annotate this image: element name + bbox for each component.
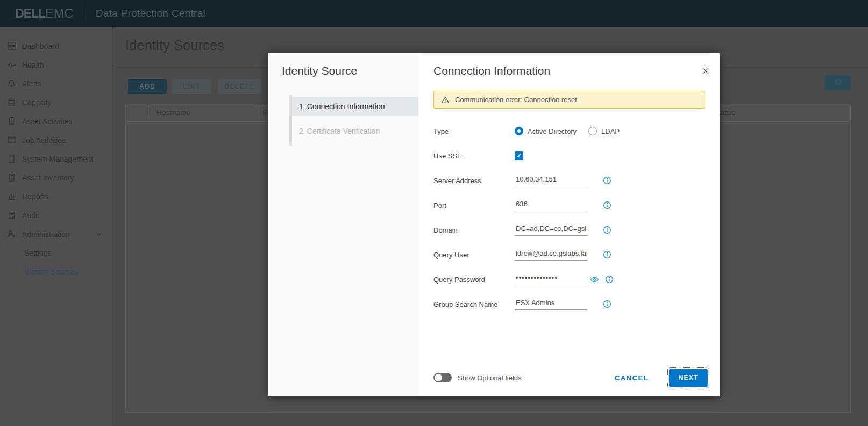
server-address-input[interactable]: 10.60.34.151 bbox=[515, 175, 587, 186]
info-icon[interactable] bbox=[605, 275, 614, 284]
type-label: Type bbox=[433, 127, 515, 135]
sidebar-label: Audit bbox=[22, 211, 39, 220]
query-password-label: Query Password bbox=[433, 276, 515, 284]
topbar-divider bbox=[86, 6, 86, 20]
audit-icon bbox=[7, 211, 16, 220]
sidebar-label: Dashboard bbox=[22, 42, 59, 50]
sidebar-label: Alerts bbox=[22, 80, 41, 88]
sidebar: Dashboard Health Alerts Capacity Asset A… bbox=[0, 27, 113, 426]
step-connection-information[interactable]: 1 Connection Information bbox=[292, 97, 418, 116]
query-user-row: Query User ldrew@ad.ce.gslabs.lab.e bbox=[433, 242, 705, 267]
close-icon[interactable] bbox=[701, 67, 710, 75]
add-button[interactable]: ADD bbox=[128, 79, 167, 94]
info-icon[interactable] bbox=[603, 201, 611, 210]
sidebar-label: System Management bbox=[22, 155, 93, 163]
administration-icon bbox=[7, 229, 16, 239]
group-search-name-input[interactable]: ESX Admins bbox=[515, 299, 587, 310]
brand-emc: EMC bbox=[45, 6, 74, 21]
identity-source-modal: Identity Source 1 Connection Information… bbox=[268, 53, 720, 396]
sidebar-label: Asset Inventory bbox=[22, 174, 74, 182]
use-ssl-row: Use SSL ✓ bbox=[433, 143, 705, 168]
sidebar-item-alerts[interactable]: Alerts bbox=[0, 74, 112, 93]
domain-row: Domain DC=ad,DC=ce,DC=gslab bbox=[433, 218, 705, 242]
sidebar-item-health[interactable]: Health bbox=[0, 55, 112, 74]
app-title: Data Protection Central bbox=[96, 8, 205, 19]
warning-banner: Communication error: Connection reset bbox=[433, 91, 705, 109]
sidebar-item-audit[interactable]: Audit bbox=[0, 206, 112, 225]
use-ssl-label: Use SSL bbox=[433, 152, 515, 160]
show-password-eye-icon[interactable] bbox=[590, 275, 599, 284]
sidebar-label: Identity Sources bbox=[24, 268, 78, 276]
sidebar-item-administration[interactable]: Administration bbox=[0, 225, 112, 243]
connection-form: Type Active Directory LDAP Use SSL ✓ Ser… bbox=[433, 119, 705, 316]
dashboard-icon bbox=[7, 41, 16, 50]
info-icon[interactable] bbox=[603, 300, 611, 308]
bell-icon bbox=[7, 79, 16, 88]
dellemc-logo: DELL EMC bbox=[15, 6, 74, 21]
radio-label: LDAP bbox=[601, 127, 620, 135]
wizard-step-panel: Identity Source 1 Connection Information… bbox=[268, 53, 418, 396]
sidebar-item-capacity[interactable]: Capacity bbox=[0, 93, 112, 112]
port-label: Port bbox=[433, 201, 515, 210]
sidebar-item-system-management[interactable]: System Management bbox=[0, 149, 112, 168]
sidebar-item-job-activities[interactable]: Job Activities bbox=[0, 131, 112, 149]
modal-footer: Show Optional fields CANCEL NEXT bbox=[433, 369, 708, 387]
group-search-name-label: Group Search Name bbox=[433, 300, 515, 308]
radio-selected-icon[interactable] bbox=[515, 127, 523, 135]
sidebar-item-asset-inventory[interactable]: Asset Inventory bbox=[0, 168, 112, 187]
radio-label: Active Directory bbox=[528, 127, 577, 135]
reports-icon bbox=[7, 192, 16, 201]
query-password-row: Query Password •••••••••••••• bbox=[433, 267, 705, 292]
column-divider bbox=[259, 107, 259, 119]
query-password-input[interactable]: •••••••••••••• bbox=[515, 274, 587, 285]
job-activities-icon bbox=[7, 135, 16, 145]
next-button[interactable]: NEXT bbox=[669, 369, 708, 387]
column-header-hostname[interactable]: Hostname bbox=[156, 109, 190, 117]
radio-active-directory[interactable]: Active Directory bbox=[515, 127, 577, 135]
sidebar-item-dashboard[interactable]: Dashboard bbox=[0, 37, 112, 55]
domain-input[interactable]: DC=ad,DC=ce,DC=gslab bbox=[515, 225, 587, 236]
database-icon bbox=[7, 98, 16, 107]
step-certificate-verification[interactable]: 2 Certificate Verification bbox=[292, 123, 418, 139]
query-user-input[interactable]: ldrew@ad.ce.gslabs.lab.e bbox=[515, 249, 587, 261]
topbar: DELL EMC Data Protection Central bbox=[0, 0, 868, 27]
delete-button[interactable]: DELETE bbox=[218, 79, 261, 94]
refresh-icon bbox=[834, 78, 842, 86]
warning-text: Communication error: Connection reset bbox=[455, 96, 577, 104]
info-icon[interactable] bbox=[603, 250, 611, 259]
toggle-knob bbox=[435, 374, 442, 381]
sidebar-item-asset-activities[interactable]: Asset Activities bbox=[0, 112, 112, 131]
cancel-button[interactable]: CANCEL bbox=[615, 374, 649, 382]
system-management-icon bbox=[7, 154, 16, 163]
use-ssl-checkbox[interactable]: ✓ bbox=[515, 151, 523, 160]
sidebar-label: Asset Activities bbox=[22, 117, 72, 126]
query-user-label: Query User bbox=[433, 251, 515, 259]
server-address-label: Server Address bbox=[433, 177, 515, 185]
show-optional-fields-toggle[interactable] bbox=[433, 373, 452, 382]
domain-label: Domain bbox=[433, 226, 515, 234]
warning-icon bbox=[441, 96, 450, 104]
port-row: Port 636 bbox=[433, 193, 705, 218]
info-icon[interactable] bbox=[603, 176, 611, 185]
edit-button[interactable]: EDIT bbox=[172, 79, 211, 94]
step-label: Certificate Verification bbox=[307, 127, 380, 135]
port-input[interactable]: 636 bbox=[515, 200, 587, 211]
sidebar-label: Reports bbox=[22, 192, 48, 201]
step-number: 2 bbox=[299, 127, 303, 135]
step-label: Connection Information bbox=[307, 102, 385, 111]
connection-information-panel: Connection Information Communication err… bbox=[418, 53, 720, 396]
info-icon[interactable] bbox=[603, 226, 611, 234]
show-optional-fields-label: Show Optional fields bbox=[458, 374, 522, 382]
sidebar-label: Capacity bbox=[22, 98, 51, 107]
column-divider bbox=[147, 107, 147, 119]
refresh-button[interactable] bbox=[825, 75, 851, 90]
sidebar-item-reports[interactable]: Reports bbox=[0, 187, 112, 206]
radio-ldap[interactable]: LDAP bbox=[588, 127, 620, 135]
sidebar-item-settings[interactable]: Settings bbox=[0, 243, 112, 262]
step-number: 1 bbox=[299, 102, 303, 111]
radio-unselected-icon[interactable] bbox=[588, 127, 597, 135]
brand-dell: DELL bbox=[15, 6, 45, 21]
sidebar-item-identity-sources[interactable]: Identity Sources bbox=[0, 262, 112, 281]
group-search-name-row: Group Search Name ESX Admins bbox=[433, 292, 705, 316]
asset-inventory-icon bbox=[7, 173, 16, 182]
